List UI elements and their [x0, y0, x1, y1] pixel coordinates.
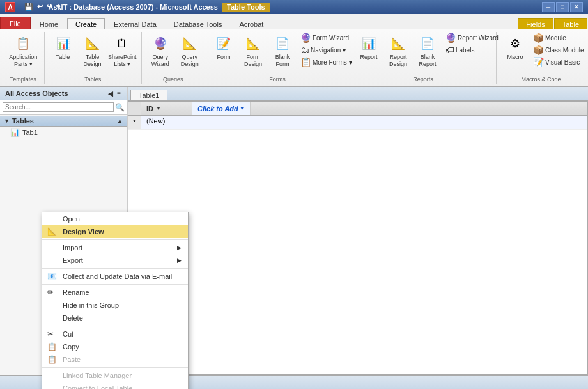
maximize-btn[interactable]: □	[556, 2, 569, 12]
ctx-paste: 📋 Paste	[42, 353, 188, 366]
content-tab-table1[interactable]: Table1	[130, 90, 167, 100]
forms-small-buttons: 🔮 Form Wizard 🗂 Navigation ▾ 📋 More Form…	[298, 32, 354, 68]
class-module-icon: 📦	[533, 45, 544, 55]
ctx-hide-in-group[interactable]: Hide in this Group	[42, 299, 188, 312]
col-id-label: ID	[146, 105, 153, 113]
ctx-hide-label: Hide in this Group	[63, 301, 119, 309]
table-design-icon: 📐	[82, 33, 103, 54]
ctx-convert-local: Convert to Local Table	[42, 382, 188, 389]
ctx-open-label: Open	[63, 215, 80, 223]
labels-button[interactable]: 🏷 Labels	[444, 44, 500, 56]
new-row-new-label[interactable]: (New)	[141, 116, 192, 129]
ctx-collect-icon: 📧	[47, 272, 57, 281]
module-button[interactable]: 📦 Module	[531, 32, 586, 44]
tab-database-tools[interactable]: Database Tools	[166, 18, 231, 29]
table-button[interactable]: 📊 Table	[50, 32, 77, 62]
module-label: Module	[545, 35, 566, 42]
tables-chevron-icon: ▼	[4, 118, 10, 124]
new-row-indicator: *	[128, 116, 141, 129]
report-icon: 📊	[359, 33, 379, 54]
table-design-label: TableDesign	[84, 54, 102, 68]
class-module-button[interactable]: 📦 Class Module	[531, 44, 586, 56]
sidebar-header: All Access Objects ◀ ≡	[0, 87, 127, 100]
ctx-linked-table-mgr: Linked Table Manager	[42, 369, 188, 382]
more-forms-button[interactable]: 📋 More Forms ▾	[298, 56, 354, 68]
tab-table[interactable]: Table	[554, 18, 587, 29]
sidebar-collapse-btn[interactable]: ◀	[107, 90, 114, 97]
visual-basic-button[interactable]: 📝 Visual Basic	[531, 56, 586, 68]
undo-qat-btn[interactable]: ↩	[36, 2, 44, 12]
tab-external-data[interactable]: External Data	[105, 18, 165, 29]
form-wizard-button[interactable]: 🔮 Form Wizard	[298, 32, 354, 44]
ctx-import[interactable]: Import ▶	[42, 241, 188, 254]
query-design-button[interactable]: 📐 QueryDesign	[176, 32, 203, 69]
sharepoint-lists-button[interactable]: 🗒 SharePointLists ▾	[109, 32, 136, 69]
ctx-sep-3	[42, 284, 188, 285]
sort-arrow-icon: ▼	[156, 106, 161, 111]
qat-dropdown-btn[interactable]: ▾	[55, 2, 61, 12]
ctx-sep-5	[42, 367, 188, 368]
col-header-click-to-add[interactable]: Click to Add ▼	[192, 102, 251, 115]
tables-group-label: Tables	[50, 76, 136, 83]
close-btn[interactable]: ✕	[570, 2, 583, 12]
blank-form-button[interactable]: 📄 BlankForm	[269, 32, 296, 69]
row-selector-header	[128, 102, 141, 115]
sidebar-menu-btn[interactable]: ≡	[116, 90, 122, 97]
search-box: 🔍	[0, 100, 127, 115]
ctx-export[interactable]: Export ▶	[42, 254, 188, 267]
tab-acrobat[interactable]: Acrobat	[231, 18, 272, 29]
search-input[interactable]	[3, 102, 114, 112]
ctx-rename[interactable]: ✏ Rename	[42, 286, 188, 299]
ctx-copy-label: Copy	[63, 343, 79, 351]
ctx-cut[interactable]: ✂ Cut	[42, 328, 188, 340]
ctx-cut-label: Cut	[63, 330, 74, 338]
ribbon-group-forms: 📝 Form 📐 FormDesign 📄 BlankForm 🔮 Form W…	[205, 32, 350, 84]
table-design-button[interactable]: 📐 TableDesign	[79, 32, 106, 69]
tab-file[interactable]: File	[0, 17, 31, 29]
templates-content: 📋 ApplicationParts ▾	[8, 32, 39, 75]
query-wizard-button[interactable]: 🔮 QueryWizard	[147, 32, 174, 69]
redo-qat-btn[interactable]: ↪	[45, 2, 54, 12]
ctx-collect-update[interactable]: 📧 Collect and Update Data via E-mail	[42, 270, 188, 283]
form-wizard-label: Form Wizard	[313, 35, 349, 42]
sharepoint-label: SharePointLists ▾	[108, 54, 137, 68]
navigation-label: Navigation ▾	[311, 47, 346, 54]
ribbon-group-tables: 📊 Table 📐 TableDesign 🗒 SharePointLists …	[45, 32, 142, 84]
report-button[interactable]: 📊 Report	[355, 32, 382, 62]
ctx-paste-icon: 📋	[47, 355, 57, 364]
tables-section-label: Tables	[12, 117, 34, 125]
tables-section-header[interactable]: ▼ Tables ▲	[0, 116, 127, 127]
sidebar-item-table1[interactable]: 📊 Tab1	[0, 127, 127, 138]
save-qat-btn[interactable]: 💾	[23, 2, 35, 12]
blank-report-icon: 📄	[417, 33, 438, 54]
report-wizard-button[interactable]: 🔮 Report Wizard	[444, 32, 500, 44]
col-header-id[interactable]: ID ▼	[141, 102, 192, 115]
ctx-delete[interactable]: Delete	[42, 312, 188, 324]
ctx-convert-label: Convert to Local Table	[63, 385, 132, 389]
minimize-btn[interactable]: ─	[542, 2, 555, 12]
ctx-design-view[interactable]: 📐 Design View	[42, 225, 188, 238]
report-design-button[interactable]: 📐 ReportDesign	[385, 32, 412, 69]
table-tools-title: Table Tools	[222, 3, 270, 12]
table-header-row: ID ▼ Click to Add ▼	[128, 102, 587, 116]
macro-icon: ⚙	[505, 33, 525, 54]
ribbon-group-macros: ⚙ Macro 📦 Module 📦 Class Module 📝 Visual…	[497, 32, 585, 84]
ctx-copy[interactable]: 📋 Copy	[42, 340, 188, 353]
ctx-open[interactable]: Open	[42, 212, 188, 225]
macro-button[interactable]: ⚙ Macro	[502, 32, 529, 62]
blank-report-label: BlankReport	[419, 54, 436, 68]
form-design-button[interactable]: 📐 FormDesign	[240, 32, 267, 69]
navigation-button[interactable]: 🗂 Navigation ▾	[298, 44, 354, 56]
app-parts-button[interactable]: 📋 ApplicationParts ▾	[8, 32, 39, 69]
tab-home[interactable]: Home	[31, 18, 66, 29]
tab-create[interactable]: Create	[67, 18, 105, 29]
macros-small-buttons: 📦 Module 📦 Class Module 📝 Visual Basic	[531, 32, 586, 68]
tab-fields[interactable]: Fields	[518, 18, 553, 29]
ctx-paste-label: Paste	[63, 356, 81, 363]
visual-basic-icon: 📝	[533, 57, 544, 67]
ctx-design-view-label: Design View	[63, 228, 104, 235]
queries-content: 🔮 QueryWizard 📐 QueryDesign	[147, 32, 199, 75]
table-label: Table	[56, 54, 70, 61]
blank-report-button[interactable]: 📄 BlankReport	[414, 32, 441, 69]
form-button[interactable]: 📝 Form	[210, 32, 237, 62]
